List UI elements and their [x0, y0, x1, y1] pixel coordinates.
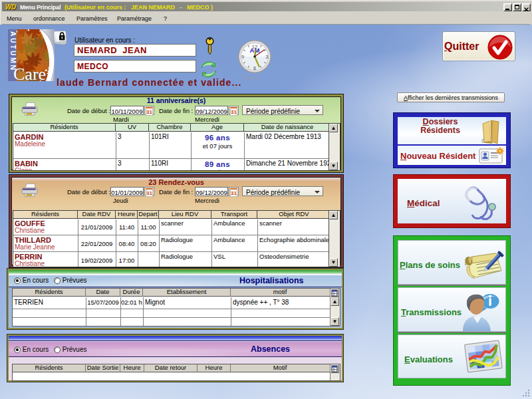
svg-text:3: 3 [265, 54, 268, 60]
svg-text:6: 6 [253, 65, 256, 71]
svg-text:9: 9 [241, 54, 244, 60]
